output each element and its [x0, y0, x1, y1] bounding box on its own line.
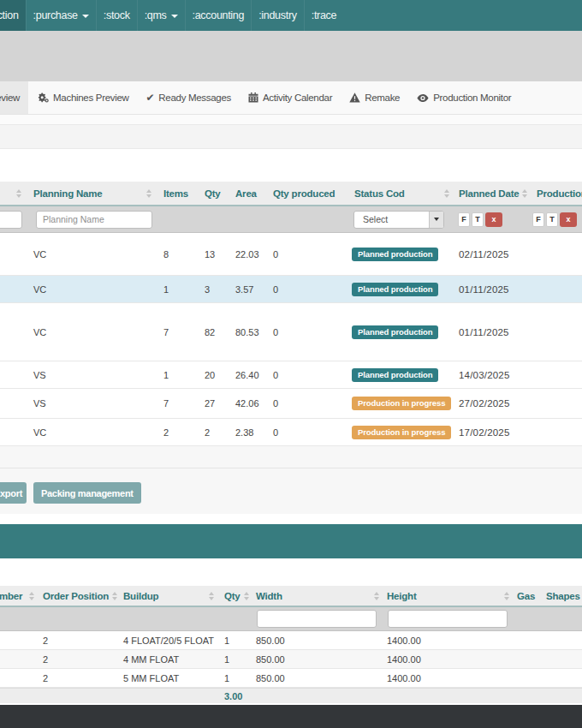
export-button[interactable]: Export	[0, 482, 27, 504]
nav-item-label: :purchase	[33, 9, 78, 21]
positions-table: Number Order Position Buildup Qty	[0, 586, 582, 703]
cell-status: Planned production	[347, 283, 454, 296]
cell-status: Planned production	[347, 248, 454, 261]
cell-area: 80.53	[228, 327, 265, 337]
column-header-width[interactable]: Width	[252, 591, 383, 601]
cell-planned-date: 17/02/2025	[454, 427, 529, 438]
column-header-buildup[interactable]: Buildup	[117, 591, 218, 601]
nav-item-label: :trace	[312, 9, 336, 21]
cell-qty-produced: 0	[265, 427, 347, 438]
sort-icon	[504, 592, 509, 600]
cell-height: 1400.00	[383, 673, 514, 683]
planning-table-row[interactable]: VC 7 82 80.53 0 Planned production 01/11…	[0, 303, 582, 361]
column-header-height[interactable]: Height	[383, 591, 514, 601]
column-header-status-cod[interactable]: Status Cod	[347, 188, 454, 199]
hidden-column-filter-input[interactable]	[0, 211, 22, 229]
positions-table-row[interactable]: 2 4 FLOAT/20/5 FLOAT 1 850.00 1400.00	[0, 631, 582, 650]
tab-production-monitor[interactable]: Production Monitor	[408, 81, 520, 114]
nav-item-accounting[interactable]: :accounting	[185, 0, 252, 31]
positions-table-header: Number Order Position Buildup Qty	[0, 586, 582, 607]
cell-items: 1	[156, 284, 197, 295]
sort-icon	[444, 189, 449, 198]
column-header-production[interactable]: Production	[529, 188, 582, 199]
nav-item-stock[interactable]: :stock	[96, 0, 137, 31]
planning-table-row[interactable]: VS 1 20 26.40 0 Planned production 14/03…	[0, 361, 582, 389]
column-header-planned-date[interactable]: Planned Date	[454, 188, 529, 199]
cell-area: 22.03	[228, 249, 265, 260]
planning-table-row[interactable]: VC 1 3 3.57 0 Planned production 01/11/2…	[0, 276, 582, 303]
planned-date-clear-button[interactable]: x	[485, 212, 502, 227]
planning-table-row[interactable]: VS 7 27 42.06 0 Production in progress 2…	[0, 389, 582, 419]
tab-ready-messages[interactable]: ✔ Ready Messages	[138, 81, 240, 114]
planned-date-from-button[interactable]: F	[458, 212, 470, 227]
cogs-icon	[37, 92, 49, 103]
cell-items: 7	[156, 398, 197, 409]
tab-planning-preview[interactable]: Planning Preview	[0, 81, 28, 114]
cell-items: 7	[156, 327, 197, 337]
cell-area: 2.38	[228, 427, 265, 438]
cell-qty: 13	[197, 249, 228, 260]
tab-activity-calendar[interactable]: Activity Calendar	[240, 81, 341, 114]
tab-machines-preview[interactable]: Machines Preview	[28, 81, 138, 114]
production-date-clear-button[interactable]: x	[560, 212, 577, 227]
packing-management-button[interactable]: Packing management	[33, 482, 141, 504]
spacer-strip	[0, 149, 582, 182]
cell-qty-produced: 0	[265, 327, 347, 337]
chevron-down-icon	[434, 218, 439, 221]
cell-status: Planned production	[347, 325, 454, 339]
cell-width: 850.00	[252, 636, 383, 646]
column-header-shapes: Shapes	[543, 591, 582, 601]
cell-qty: 1	[218, 673, 252, 683]
production-date-to-button[interactable]: T	[546, 212, 558, 227]
width-filter-input[interactable]	[257, 610, 377, 628]
nav-item-qms[interactable]: :qms	[137, 0, 185, 31]
column-header-number[interactable]: Number	[0, 591, 39, 601]
column-header-hidden[interactable]	[0, 189, 26, 198]
cell-status: Production in progress	[347, 426, 454, 439]
status-filter-select[interactable]: Select	[353, 211, 444, 229]
warning-icon	[349, 92, 360, 103]
column-header-qty[interactable]: Qty	[218, 591, 252, 601]
cell-qty-produced: 0	[265, 370, 347, 380]
calendar-icon	[248, 92, 258, 103]
cell-qty-produced: 0	[265, 284, 347, 295]
nav-item-production[interactable]: :production	[0, 0, 26, 31]
positions-table-row[interactable]: 2 4 MM FLOAT 1 850.00 1400.00	[0, 650, 582, 669]
nav-item-trace[interactable]: :trace	[304, 0, 343, 31]
height-filter-input[interactable]	[388, 610, 508, 628]
page-canvas: :production :purchase :stock :qms :accou…	[0, 0, 582, 728]
page-footer	[0, 705, 582, 728]
top-navbar: :production :purchase :stock :qms :accou…	[0, 0, 582, 31]
tab-remake[interactable]: Remake	[341, 81, 408, 114]
planning-table-row[interactable]: VC 8 13 22.03 0 Planned production 02/11…	[0, 233, 582, 276]
production-date-from-button[interactable]: F	[532, 212, 544, 227]
tab-label: Planning Preview	[0, 92, 20, 103]
actions-bar: Export Packing management	[0, 468, 582, 514]
cell-planned-date: 14/03/2025	[454, 370, 529, 380]
nav-item-label: :accounting	[193, 9, 245, 21]
nav-item-label: :stock	[104, 9, 130, 21]
cell-items: 1	[156, 370, 197, 380]
positions-table-row[interactable]: 2 5 MM FLOAT 1 850.00 1400.00	[0, 669, 582, 688]
spacer-strip	[0, 558, 582, 586]
planning-name-filter-input[interactable]	[36, 211, 152, 229]
nav-item-industry[interactable]: :industry	[251, 0, 304, 31]
sort-icon	[16, 189, 21, 198]
cell-qty: 1	[218, 654, 252, 665]
planning-table-row[interactable]: VC 2 2 2.38 0 Production in progress 17/…	[0, 419, 582, 446]
column-header-order-position[interactable]: Order Position	[39, 591, 117, 601]
planned-date-to-button[interactable]: T	[472, 212, 484, 227]
cell-planning-name: VS	[26, 370, 156, 380]
qty-total: 3.00	[218, 691, 252, 701]
chevron-down-icon	[82, 15, 89, 18]
cell-order-position: 2	[39, 654, 117, 665]
cell-status: Production in progress	[347, 397, 454, 410]
nav-item-label: :production	[0, 9, 19, 21]
column-header-planning-name[interactable]: Planning Name	[26, 188, 156, 199]
sort-icon	[209, 592, 214, 600]
cell-area: 3.57	[228, 284, 265, 295]
nav-item-purchase[interactable]: :purchase	[26, 0, 96, 31]
cell-status: Planned production	[347, 368, 454, 382]
select-dropdown-button[interactable]	[429, 212, 443, 228]
spacer-strip	[0, 514, 582, 524]
